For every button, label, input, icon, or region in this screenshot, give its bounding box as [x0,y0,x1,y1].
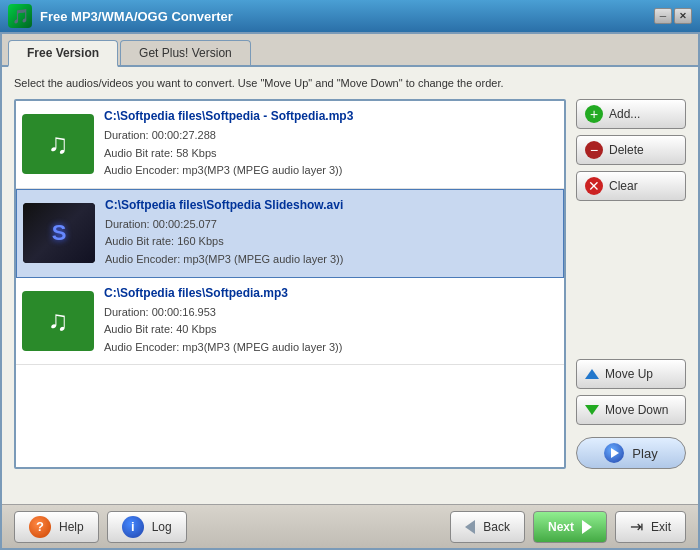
tab-plus-version[interactable]: Get Plus! Version [120,40,251,65]
help-icon: ? [29,516,51,538]
add-button[interactable]: + Add... [576,99,686,129]
tab-free-version[interactable]: Free Version [8,40,118,67]
file-duration-1: Duration: 00:00:27.288 [104,127,558,145]
file-thumb-2 [23,203,95,263]
file-info-3: C:\Softpedia files\Softpedia.mp3 Duratio… [104,286,558,357]
play-circle-icon [604,443,624,463]
delete-icon: − [585,141,603,159]
move-down-button[interactable]: Move Down [576,395,686,425]
video-overlay [23,203,95,263]
file-encoder-1: Audio Encoder: mp3(MP3 (MPEG audio layer… [104,162,558,180]
file-bitrate-3: Audio Bit rate: 40 Kbps [104,321,558,339]
tab-bar: Free Version Get Plus! Version [2,34,698,67]
file-info-1: C:\Softpedia files\Softpedia - Softpedia… [104,109,558,180]
right-panel: + Add... − Delete ✕ Clear Move Up [576,99,686,469]
file-item-1[interactable]: ♫ C:\Softpedia files\Softpedia - Softped… [16,101,564,189]
arrow-up-icon [585,369,599,379]
arrow-down-icon [585,405,599,415]
file-item-3[interactable]: ♫ C:\Softpedia files\Softpedia.mp3 Durat… [16,278,564,366]
back-arrow-icon [465,520,475,534]
delete-button[interactable]: − Delete [576,135,686,165]
title-bar: 🎵 Free MP3/WMA/OGG Converter ─ ✕ [0,0,700,32]
add-icon: + [585,105,603,123]
file-info-2: C:\Softpedia files\Softpedia Slideshow.a… [105,198,557,269]
file-encoder-2: Audio Encoder: mp3(MP3 (MPEG audio layer… [105,251,557,269]
next-button[interactable]: Next [533,511,607,543]
file-name-1: C:\Softpedia files\Softpedia - Softpedia… [104,109,558,123]
play-button[interactable]: Play [576,437,686,469]
next-arrow-icon [582,520,592,534]
file-bitrate-1: Audio Bit rate: 58 Kbps [104,145,558,163]
close-button[interactable]: ✕ [674,8,692,24]
move-up-button[interactable]: Move Up [576,359,686,389]
content-area: Select the audios/videos you want to con… [2,67,698,525]
app-icon: 🎵 [8,4,32,28]
file-thumb-1: ♫ [22,114,94,174]
main-window: Free Version Get Plus! Version Select th… [0,32,700,550]
spacer-1 [576,207,686,353]
file-name-3: C:\Softpedia files\Softpedia.mp3 [104,286,558,300]
exit-button[interactable]: ⇥ Exit [615,511,686,543]
file-list[interactable]: ♫ C:\Softpedia files\Softpedia - Softped… [14,99,566,469]
file-bitrate-2: Audio Bit rate: 160 Kbps [105,233,557,251]
file-duration-3: Duration: 00:00:16.953 [104,304,558,322]
back-button[interactable]: Back [450,511,525,543]
app-title: Free MP3/WMA/OGG Converter [40,9,233,24]
main-area: ♫ C:\Softpedia files\Softpedia - Softped… [14,99,686,469]
help-button[interactable]: ? Help [14,511,99,543]
file-name-2: C:\Softpedia files\Softpedia Slideshow.a… [105,198,557,212]
file-encoder-3: Audio Encoder: mp3(MP3 (MPEG audio layer… [104,339,558,357]
exit-icon: ⇥ [630,517,643,536]
minimize-button[interactable]: ─ [654,8,672,24]
log-button[interactable]: i Log [107,511,187,543]
window-controls: ─ ✕ [654,8,692,24]
clear-button[interactable]: ✕ Clear [576,171,686,201]
bottom-bar: ? Help i Log Back Next ⇥ Exit [2,504,698,548]
instruction-text: Select the audios/videos you want to con… [14,77,686,89]
play-triangle-icon [611,448,619,458]
file-thumb-3: ♫ [22,291,94,351]
clear-icon: ✕ [585,177,603,195]
file-duration-2: Duration: 00:00:25.077 [105,216,557,234]
music-icon-1: ♫ [48,128,69,160]
info-icon: i [122,516,144,538]
music-icon-3: ♫ [48,305,69,337]
file-item-2[interactable]: C:\Softpedia files\Softpedia Slideshow.a… [16,189,564,278]
